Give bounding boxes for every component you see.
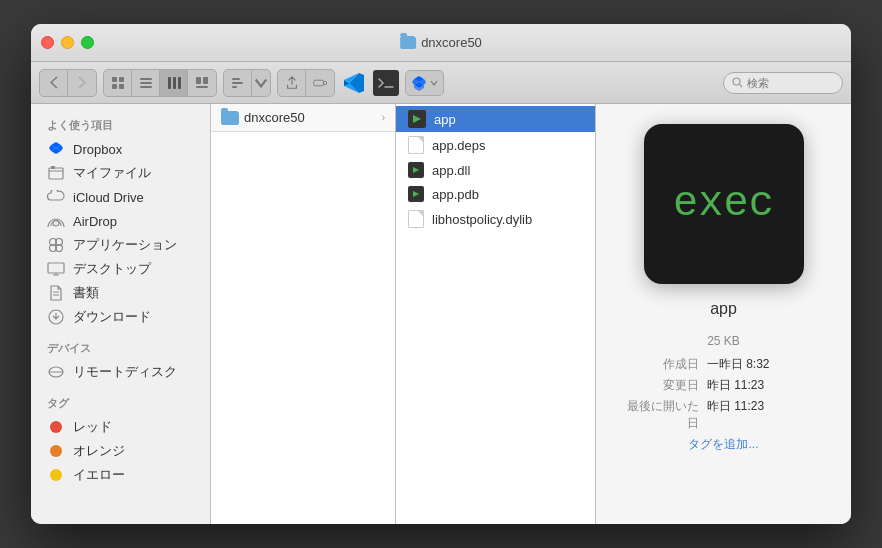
share-button[interactable] [278,70,306,96]
file-name-pdb: app.pdb [432,187,479,202]
dropbox-icon [47,140,65,158]
accessed-value: 昨日 11:23 [707,398,831,415]
list-view-button[interactable] [132,70,160,96]
forward-button[interactable] [68,70,96,96]
file-item-app-deps[interactable]: app.deps [396,132,595,158]
sidebar-item-myfiles[interactable]: マイファイル [31,161,210,185]
meta-modified: 変更日 昨日 11:23 [616,377,831,394]
tag-button[interactable] [306,70,334,96]
icon-view-button[interactable] [104,70,132,96]
sidebar-item-remotedisk[interactable]: リモートディスク [31,360,210,384]
folder-header[interactable]: dnxcore50 › [211,104,395,132]
titlebar: dnxcore50 [31,24,851,62]
accessed-label: 最後に開いた日 [616,398,707,432]
file-item-libhostpolicy[interactable]: libhostpolicy.dylib [396,206,595,232]
window-title: dnxcore50 [400,35,482,50]
file-name-deps: app.deps [432,138,486,153]
sidebar-item-tag-red[interactable]: レッド [31,415,210,439]
sidebar-item-airdrop[interactable]: AirDrop [31,209,210,233]
svg-rect-32 [51,166,55,169]
svg-rect-38 [48,263,64,273]
tag-red-icon [47,418,65,436]
tag-yellow-icon [47,466,65,484]
dropbox-toolbar-button[interactable] [405,70,444,96]
add-tags-link[interactable]: タグを追加... [688,436,758,453]
sidebar-item-documents[interactable]: 書類 [31,281,210,305]
documents-icon [47,284,65,302]
svg-rect-8 [173,77,176,89]
file-item-app-dll[interactable]: app.dll [396,158,595,182]
created-label: 作成日 [616,356,707,373]
minimize-button[interactable] [61,36,74,49]
file-icon-deps [408,136,424,154]
exec-icon [408,110,426,128]
svg-rect-7 [168,77,171,89]
sidebar-item-tag-yellow[interactable]: イエロー [31,463,210,487]
pdb-icon-inner [413,191,419,197]
file-icon-pdb [408,186,424,202]
sidebar-item-icloud[interactable]: iCloud Drive [31,185,210,209]
preview-exec-text: exec [673,180,774,228]
preview-icon: exec [644,124,804,284]
tag-orange-icon [47,442,65,460]
search-icon [732,77,743,88]
traffic-lights [41,36,94,49]
remotedisk-icon [47,363,65,381]
dll-icon-inner [413,167,419,173]
sidebar-item-downloads[interactable]: ダウンロード [31,305,210,329]
column-view-button[interactable] [160,70,188,96]
add-tags-row: タグを追加... [616,436,831,453]
sidebar-item-dropbox[interactable]: Dropbox [31,137,210,161]
main-content: よく使う項目 Dropbox [31,104,851,524]
sidebar: よく使う項目 Dropbox [31,104,211,524]
folder-arrow: › [382,112,385,123]
svg-rect-1 [119,77,124,82]
svg-rect-6 [140,86,152,88]
folder-column: dnxcore50 › [211,104,396,524]
nav-buttons [39,69,97,97]
svg-rect-16 [314,80,324,86]
vscode-button[interactable] [341,70,367,96]
modified-label: 変更日 [616,377,707,394]
file-item-app[interactable]: app [396,106,595,132]
folder-icon [221,111,239,125]
sidebar-item-tag-orange[interactable]: オレンジ [31,439,210,463]
search-input[interactable] [747,77,827,89]
devices-label: デバイス [31,337,210,360]
arrange-dropdown[interactable] [252,70,270,96]
favorites-label: よく使う項目 [31,114,210,137]
preview-filename: app [710,300,737,318]
title-folder-icon [400,36,416,49]
columns-area: dnxcore50 › app app.d [211,104,851,524]
toolbar [31,62,851,104]
sidebar-item-desktop[interactable]: デスクトップ [31,257,210,281]
file-icon-dll [408,162,424,178]
preview-pane: exec app 25 KB 作成日 一昨日 8:32 変更日 昨日 11:23… [596,104,851,524]
svg-rect-2 [112,84,117,89]
cover-flow-button[interactable] [188,70,216,96]
airdrop-icon [47,212,65,230]
file-item-app-pdb[interactable]: app.pdb [396,182,595,206]
back-button[interactable] [40,70,68,96]
modified-value: 昨日 11:23 [707,377,831,394]
exec-icon-inner [413,115,421,123]
file-list [211,132,395,136]
arrange-button-group [223,69,271,97]
svg-rect-31 [49,168,63,179]
meta-accessed: 最後に開いた日 昨日 11:23 [616,398,831,432]
icloud-icon [47,188,65,206]
folder-name: dnxcore50 [244,110,305,125]
file-name-app: app [434,112,456,127]
maximize-button[interactable] [81,36,94,49]
arrange-button[interactable] [224,70,252,96]
terminal-button[interactable] [373,70,399,96]
sidebar-item-applications[interactable]: アプリケーション [31,233,210,257]
title-label: dnxcore50 [421,35,482,50]
app-column: app app.deps app.dll [396,104,596,524]
svg-rect-3 [119,84,124,89]
preview-metadata: 作成日 一昨日 8:32 変更日 昨日 11:23 最後に開いた日 昨日 11:… [616,356,831,457]
myfiles-icon [47,164,65,182]
close-button[interactable] [41,36,54,49]
desktop-icon [47,260,65,278]
search-box[interactable] [723,72,843,94]
